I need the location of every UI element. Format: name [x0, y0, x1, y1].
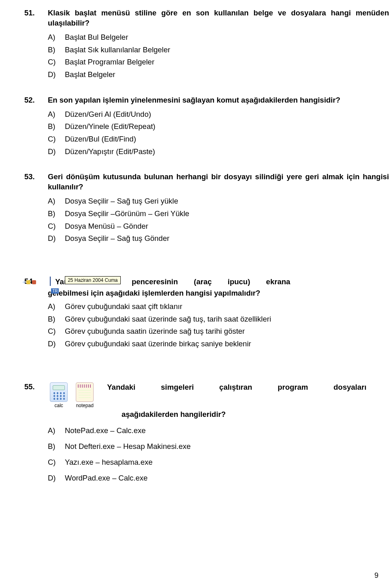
option-text: Görev çubuğundaki saat üzerinde sağ tuş,…: [65, 313, 271, 325]
document-body: 51. Klasik başlat menüsü stiline göre en…: [0, 8, 389, 485]
option-letter: D): [48, 69, 59, 81]
option-letter: B): [48, 313, 59, 325]
options: A)Görev çubuğundaki saat çift tıklanır B…: [48, 301, 389, 350]
calc-icon: calc: [50, 382, 68, 408]
option-text: Yazı.exe – hesaplama.exe: [65, 455, 153, 470]
question-heading: 51. Klasik başlat menüsü stiline göre en…: [24, 8, 389, 28]
question-55: 55. calc notepad Yandaki simgeleri çalış…: [24, 382, 389, 485]
taskbar-tooltip-image: 25 Haziran 2004 Cuma TR 19:45: [50, 277, 51, 286]
option-d: D)Başlat Belgeler: [48, 69, 389, 81]
option-d: D)Düzen/Yapıştır (Edit/Paste): [48, 146, 389, 158]
option-a: A)Başlat Bul Belgeler: [48, 32, 389, 43]
tray-expand-icon: [22, 281, 25, 284]
option-b: B)Düzen/Yinele (Edit/Repeat): [48, 121, 389, 133]
option-letter: B): [48, 44, 59, 56]
option-letter: C): [48, 455, 59, 470]
option-text: Dosya Seçilir – Sağ tuş Gönder: [65, 233, 169, 245]
option-letter: D): [48, 470, 59, 485]
taskbar-clock: 19:45: [38, 280, 49, 285]
option-c: C)Dosya Menüsü – Gönder: [48, 221, 389, 232]
option-text: NotePad.exe – Calc.exe: [65, 423, 146, 438]
question-52: 52. En son yapılan işlemin yinelenmesini…: [24, 95, 389, 158]
options: A)Başlat Bul Belgeler B)Başlat Sık kulla…: [48, 32, 389, 81]
question-number: 51.: [24, 8, 38, 28]
option-letter: B): [48, 208, 59, 220]
option-c: C)Düzen/Bul (Edit/Find): [48, 133, 389, 145]
notepad-label: notepad: [76, 403, 93, 408]
question-heading: 53. Geri dönüşüm kutusunda bulunan herha…: [24, 172, 389, 192]
option-letter: C): [48, 133, 59, 145]
option-text: Başlat Bul Belgeler: [65, 32, 128, 43]
option-a: A)Düzen/Geri Al (Edit/Undo): [48, 109, 389, 120]
option-letter: C): [48, 221, 59, 232]
question-text: En son yapılan işlemin yinelenmesini sağ…: [48, 95, 389, 105]
option-text: Başlat Programlar Belgeler: [65, 56, 154, 68]
option-text: Görev çubuğunda saatin üzerinde sağ tuş …: [65, 326, 245, 337]
question-heading: 52. En son yapılan işlemin yinelenmesini…: [24, 95, 389, 105]
option-a: A)NotePad.exe – Calc.exe: [48, 423, 389, 438]
option-letter: A): [48, 195, 59, 207]
notepad-icon: [76, 382, 94, 402]
tray-icon: [32, 280, 36, 284]
option-letter: D): [48, 338, 59, 350]
question-54: 54. 25 Haziran 2004 Cuma TR 19:45 Yandak…: [24, 277, 389, 350]
option-d: D)WordPad.exe – Calc.exe: [48, 470, 389, 485]
option-letter: A): [48, 109, 59, 120]
option-letter: C): [48, 326, 59, 337]
option-text: Başlat Sık kullanılanlar Belgeler: [65, 44, 170, 56]
option-letter: A): [48, 301, 59, 313]
option-text: Görev çubuğundaki saat üzerinde birkaç s…: [65, 338, 251, 350]
question-text: Geri dönüşüm kutusunda bulunan herhangi …: [48, 172, 389, 192]
calc-label: calc: [54, 403, 63, 408]
question-number: 53.: [24, 172, 38, 192]
option-text: Düzen/Bul (Edit/Find): [65, 133, 136, 145]
option-text: Not Defteri.exe – Hesap Makinesi.exe: [65, 439, 191, 454]
option-c: C)Görev çubuğunda saatin üzerinde sağ tu…: [48, 326, 389, 337]
question-text-line1: Yandaki simgeleri çalıştıran program dos…: [107, 382, 366, 393]
date-tooltip: 25 Haziran 2004 Cuma: [65, 276, 120, 284]
option-c: C)Yazı.exe – hesaplama.exe: [48, 455, 389, 470]
tray-icon: [26, 280, 30, 284]
option-text: Başlat Belgeler: [65, 69, 115, 81]
option-text: Dosya Seçilir – Sağ tuş Geri yükle: [65, 195, 178, 207]
language-indicator: TR: [51, 288, 59, 294]
option-b: B)Başlat Sık kullanılanlar Belgeler: [48, 44, 389, 56]
options: A)Dosya Seçilir – Sağ tuş Geri yükle B)D…: [48, 195, 389, 245]
question-53: 53. Geri dönüşüm kutusunda bulunan herha…: [24, 172, 389, 245]
question-number: 52.: [24, 95, 38, 105]
option-b: B)Dosya Seçilir –Görünüm – Geri Yükle: [48, 208, 389, 220]
question-heading: 54. 25 Haziran 2004 Cuma TR 19:45 Yandak…: [24, 277, 389, 298]
question-number: 55.: [24, 382, 38, 391]
option-letter: A): [48, 32, 59, 43]
question-51: 51. Klasik başlat menüsü stiline göre en…: [24, 8, 389, 81]
options: A)NotePad.exe – Calc.exe B)Not Defteri.e…: [48, 423, 389, 485]
option-d: D)Dosya Seçilir – Sağ tuş Gönder: [48, 233, 389, 245]
option-text: Görev çubuğundaki saat çift tıklanır: [65, 301, 182, 313]
system-tray: 19:45: [22, 280, 49, 285]
question-heading: 55. calc notepad Yandaki simgeleri çalış…: [24, 382, 389, 419]
option-text: Dosya Seçilir –Görünüm – Geri Yükle: [65, 208, 189, 220]
option-a: A)Dosya Seçilir – Sağ tuş Geri yükle: [48, 195, 389, 207]
question-text: Klasik başlat menüsü stiline göre en son…: [48, 8, 389, 28]
taskbar-graphic: 25 Haziran 2004 Cuma TR 19:45: [50, 277, 51, 286]
option-letter: B): [48, 121, 59, 133]
option-text: Düzen/Yapıştır (Edit/Paste): [65, 146, 155, 158]
calculator-icon: [50, 382, 68, 402]
option-d: D)Görev çubuğundaki saat üzerinde birkaç…: [48, 338, 389, 350]
option-b: B)Görev çubuğundaki saat üzerinde sağ tu…: [48, 313, 389, 325]
question-text-line2: gelebilmesi için aşağıdaki işlemlerden h…: [48, 289, 389, 298]
option-text: Düzen/Yinele (Edit/Repeat): [65, 121, 156, 133]
page-number: 9: [374, 571, 378, 580]
notepad-icon: notepad: [76, 382, 94, 408]
option-text: WordPad.exe – Calc.exe: [65, 470, 147, 485]
question-text-line2: aşağıdakilerden hangileridir?: [122, 410, 389, 419]
option-text: Dosya Menüsü – Gönder: [65, 221, 148, 232]
option-letter: C): [48, 56, 59, 68]
option-c: C)Başlat Programlar Belgeler: [48, 56, 389, 68]
option-a: A)Görev çubuğundaki saat çift tıklanır: [48, 301, 389, 313]
program-icons: calc notepad: [50, 382, 94, 408]
option-letter: D): [48, 146, 59, 158]
options: A)Düzen/Geri Al (Edit/Undo) B)Düzen/Yine…: [48, 109, 389, 158]
option-text: Düzen/Geri Al (Edit/Undo): [65, 109, 151, 120]
option-letter: D): [48, 233, 59, 245]
